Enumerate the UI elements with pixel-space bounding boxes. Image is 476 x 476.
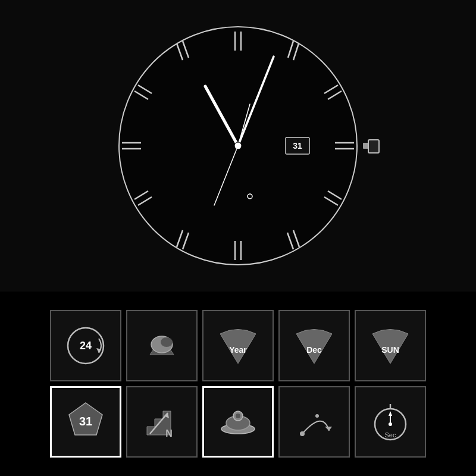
svg-point-55 — [389, 422, 392, 426]
svg-text:SUN: SUN — [381, 345, 399, 355]
svg-point-48 — [300, 431, 305, 436]
icon-row-2: 31 N — [50, 386, 426, 458]
svg-text:24: 24 — [80, 340, 92, 352]
watch-crown[interactable] — [363, 134, 380, 157]
icon-compass[interactable] — [202, 386, 274, 458]
svg-text:Sec: Sec — [385, 431, 396, 439]
icon-dec[interactable]: Dec — [278, 310, 350, 381]
svg-text:N: N — [165, 428, 173, 439]
svg-text:31: 31 — [79, 415, 92, 428]
icon-24hr[interactable]: 24 — [50, 310, 121, 381]
clock-svg: 31 — [113, 21, 363, 271]
icon-year[interactable]: Year — [202, 310, 274, 381]
icons-area: 24 Year — [0, 292, 476, 476]
icon-moon[interactable] — [126, 310, 198, 381]
svg-point-30 — [234, 142, 242, 149]
svg-point-50 — [315, 414, 319, 418]
icon-north[interactable]: N — [126, 386, 198, 458]
icon-date31[interactable]: 31 — [50, 386, 121, 458]
svg-text:Year: Year — [229, 345, 247, 355]
icon-row-1: 24 Year — [50, 310, 426, 381]
svg-marker-54 — [389, 411, 392, 416]
watch-area: 31 — [0, 0, 476, 292]
svg-text:Dec: Dec — [306, 345, 322, 355]
svg-marker-49 — [325, 427, 332, 431]
svg-point-47 — [236, 414, 240, 418]
icon-arc[interactable] — [278, 386, 350, 458]
watch-face: 31 — [113, 21, 363, 271]
svg-point-36 — [161, 337, 173, 347]
icon-sec[interactable]: Sec — [355, 386, 426, 458]
date-display: 31 — [293, 141, 302, 151]
icon-sun[interactable]: SUN — [355, 310, 426, 381]
